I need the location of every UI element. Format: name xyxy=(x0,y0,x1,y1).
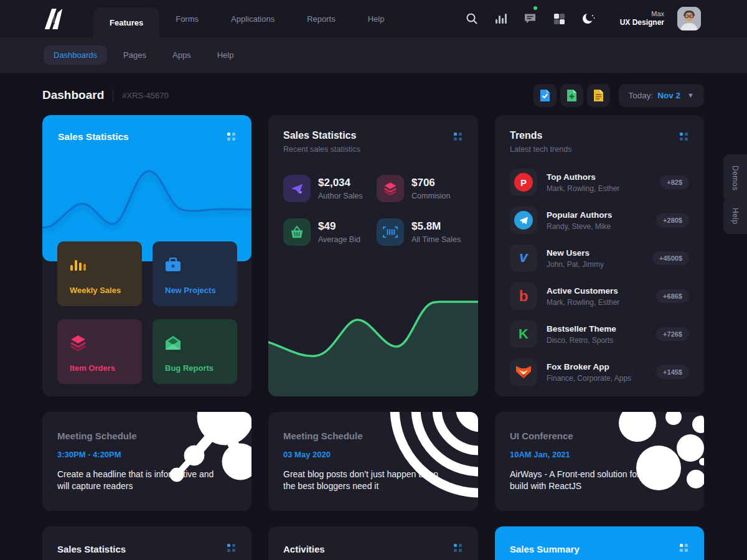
drag-handle-icon[interactable] xyxy=(454,544,462,552)
blue-wave-chart xyxy=(42,115,251,261)
nav-tab-applications[interactable]: Applications xyxy=(215,0,291,37)
page-title: Dashboard xyxy=(42,88,104,102)
event-title: UI Conference xyxy=(510,431,689,441)
stat-value: $5.8M xyxy=(411,220,461,233)
trend-subtitle: Mark, Rowling, Esther xyxy=(547,184,619,193)
drag-handle-icon[interactable] xyxy=(227,544,235,552)
user-name: Max xyxy=(620,9,664,18)
briefcase-icon xyxy=(165,258,181,272)
main-content: Dashboard #XRS-45670 Today: Nov 2 ▼ Sale… xyxy=(0,73,747,560)
search-icon[interactable] xyxy=(464,11,480,27)
bar-chart-icon[interactable] xyxy=(493,11,509,27)
tile-label: New Projects xyxy=(165,286,226,295)
green-area-chart xyxy=(268,263,478,396)
tile-bug-reports[interactable]: Bug Reports xyxy=(153,319,237,384)
nav-tab-reports[interactable]: Reports xyxy=(291,0,352,37)
sales-statistics-chart-card: Sales Statistics Weekly Sales New Projec… xyxy=(42,115,251,396)
layers-icon xyxy=(70,335,87,351)
quick-tiles: Weekly Sales New Projects Item Orders Bu… xyxy=(57,241,237,384)
app-logo[interactable] xyxy=(42,6,66,31)
nav-tab-features[interactable]: Features xyxy=(93,7,159,37)
event-title: Meeting Schedule xyxy=(283,431,463,441)
trend-item-fox-broker-app[interactable]: Fox Broker App Finance, Corporate, Apps … xyxy=(510,358,689,386)
trend-item-new-users[interactable]: v New Users John, Pat, Jimmy +4500$ xyxy=(510,245,689,272)
stat-average-bid: $49 Average Bid xyxy=(283,218,370,246)
event-time: 03 May 2020 xyxy=(283,450,463,459)
subnav-item-apps[interactable]: Apps xyxy=(162,45,201,65)
trend-list: P Top Authors Mark, Rowling, Esther +82$ xyxy=(510,169,689,386)
trends-card: Trends Latest tech trends P Top Authors … xyxy=(495,115,704,396)
card-subtitle: Latest tech trends xyxy=(510,145,689,154)
nav-tab-forms[interactable]: Forms xyxy=(159,0,215,37)
trend-badge: +726$ xyxy=(656,327,689,341)
producthunt-logo-icon: P xyxy=(510,169,537,196)
tile-label: Weekly Sales xyxy=(70,286,131,295)
tile-weekly-sales[interactable]: Weekly Sales xyxy=(57,241,142,306)
drag-handle-icon[interactable] xyxy=(680,544,688,552)
stat-label: Author Sales xyxy=(318,192,363,200)
meeting-schedule-card-1[interactable]: Meeting Schedule 3:30PM - 4:20PM Create … xyxy=(42,412,251,511)
meeting-schedule-card-2[interactable]: Meeting Schedule 03 May 2020 Great blog … xyxy=(268,412,478,511)
trend-badge: +686$ xyxy=(656,289,689,303)
trend-title: Bestseller Theme xyxy=(547,324,616,334)
user-role: UX Designer xyxy=(620,18,664,28)
secondary-navigation-bar: Dashboards Pages Apps Help xyxy=(0,37,747,73)
sales-statistics-bottom-card: Sales Statistics Recent sales statistics xyxy=(42,526,251,560)
side-tab-demos[interactable]: Demos xyxy=(723,154,747,202)
event-title: Meeting Schedule xyxy=(57,431,237,441)
stat-all-time-sales: $5.8M All Time Sales xyxy=(377,218,464,246)
trend-item-bestseller-theme[interactable]: K Bestseller Theme Disco, Retro, Sports … xyxy=(510,320,689,348)
trend-badge: +280$ xyxy=(656,213,689,227)
telegram-logo-icon xyxy=(510,207,537,234)
messages-icon[interactable] xyxy=(522,11,538,27)
doc-add-button[interactable] xyxy=(560,84,583,107)
kickstarter-logo-icon: K xyxy=(510,320,537,348)
trend-item-popular-authors[interactable]: Popular Authors Randy, Steve, Mike +280$ xyxy=(510,207,689,234)
stat-label: Average Bid xyxy=(318,235,360,244)
dark-mode-moon-icon[interactable] xyxy=(581,11,597,27)
subnav-item-help[interactable]: Help xyxy=(207,45,244,65)
event-time: 10AM Jan, 2021 xyxy=(510,450,689,459)
blue-chart-panel: Sales Statistics xyxy=(42,115,251,261)
trend-item-active-customers[interactable]: b Active Customers Mark, Rowling, Esther… xyxy=(510,282,689,310)
barcode-icon xyxy=(377,218,404,246)
side-tab-help[interactable]: Help xyxy=(723,198,747,234)
send-icon xyxy=(283,175,311,202)
drag-handle-icon[interactable] xyxy=(680,133,688,141)
date-selector[interactable]: Today: Nov 2 ▼ xyxy=(619,84,704,107)
vimeo-logo-icon: v xyxy=(510,245,537,272)
subnav-item-dashboards[interactable]: Dashboards xyxy=(44,45,107,65)
stat-value: $49 xyxy=(318,220,360,233)
logo-mark-icon xyxy=(42,7,65,30)
subnav-item-pages[interactable]: Pages xyxy=(113,45,156,65)
trend-item-top-authors[interactable]: P Top Authors Mark, Rowling, Esther +82$ xyxy=(510,169,689,196)
title-divider xyxy=(113,89,113,101)
trend-subtitle: Randy, Steve, Mike xyxy=(547,222,612,231)
drag-handle-icon[interactable] xyxy=(454,133,462,141)
trend-title: Popular Authors xyxy=(547,210,612,220)
nav-tab-help[interactable]: Help xyxy=(352,0,401,37)
trend-badge: +4500$ xyxy=(652,251,689,265)
grid-apps-icon[interactable] xyxy=(552,11,568,27)
user-avatar[interactable] xyxy=(677,7,701,30)
stat-author-sales: $2,034 Author Sales xyxy=(283,175,370,202)
card-title: Sales Statistics xyxy=(283,130,463,141)
tile-new-projects[interactable]: New Projects xyxy=(153,241,237,306)
doc-notes-button[interactable] xyxy=(587,84,610,107)
beats-logo-icon: b xyxy=(510,282,537,310)
layers-icon xyxy=(377,175,404,202)
ui-conference-card[interactable]: UI Conference 10AM Jan, 2021 AirWays - A… xyxy=(495,412,704,511)
fox-logo-icon xyxy=(510,358,537,386)
page-reference-id: #XRS-45670 xyxy=(122,91,168,100)
trend-badge: +145$ xyxy=(656,365,689,379)
trend-badge: +82$ xyxy=(660,175,689,189)
stat-label: Commision xyxy=(411,192,451,200)
doc-add-icon xyxy=(566,89,577,102)
card-title: Activities xyxy=(283,544,463,554)
dashboard-grid: Sales Statistics Weekly Sales New Projec… xyxy=(42,115,704,560)
topbar-actions: Max UX Designer xyxy=(464,7,701,30)
tile-item-orders[interactable]: Item Orders xyxy=(57,319,142,384)
card-subtitle: Recent sales statistics xyxy=(283,145,463,154)
doc-check-button[interactable] xyxy=(533,84,557,107)
date-value: Nov 2 xyxy=(657,91,680,100)
